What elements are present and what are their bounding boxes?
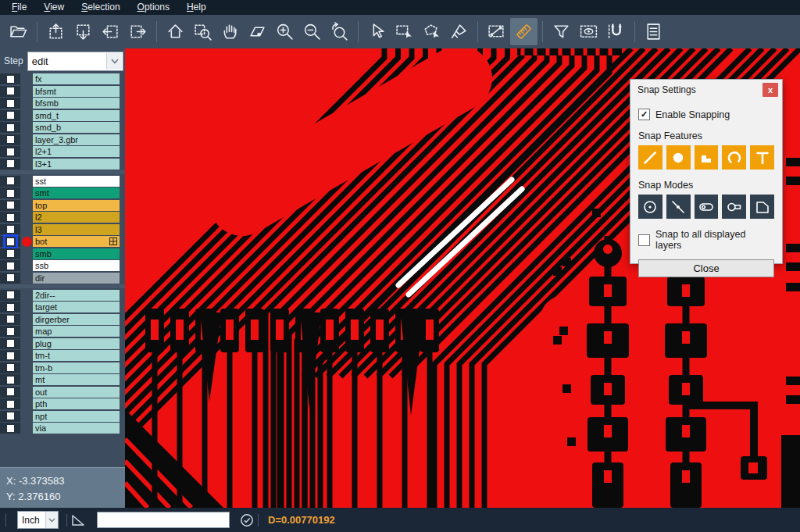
select-button[interactable] [363,18,391,45]
layer-label-pth[interactable]: pth [33,398,120,409]
menu-selection[interactable]: Selection [73,0,128,15]
layer-label-tm-t[interactable]: tm-t [33,350,120,361]
layer-checkbox-2dir--[interactable] [5,290,16,300]
zoom-out-button[interactable] [298,18,326,45]
pan-right-button[interactable] [124,18,152,45]
snap-mode-slot-right-button[interactable] [695,195,719,219]
layer-label-2dir--[interactable]: 2dir-- [33,290,120,301]
measure-input[interactable] [97,512,230,528]
snap-feature-pad-button[interactable] [666,145,691,170]
layer-label-smt[interactable]: smt [33,187,120,198]
layer-checkbox-sst[interactable] [5,176,16,186]
snap-mode-slot-left-button[interactable] [722,195,746,219]
menu-help[interactable]: Help [178,0,215,15]
snap-feature-arc-button[interactable] [722,145,746,170]
snap-mode-center-button[interactable] [638,195,662,219]
close-button[interactable]: Close [638,259,774,277]
layer-checkbox-out[interactable] [5,387,16,397]
layer-label-out[interactable]: out [33,387,120,398]
select-rectangle-button[interactable] [391,18,418,45]
layer-checkbox-bfsmt[interactable] [5,86,16,96]
zoom-window-button[interactable] [189,18,216,45]
menu-options[interactable]: Options [129,0,178,15]
layer-checkbox-tm-b[interactable] [5,362,16,373]
layer-label-mt[interactable]: mt [33,374,120,385]
layer-label-bot[interactable]: bot [33,236,120,247]
layer-checkbox-l3+1[interactable] [5,159,16,169]
layer-checkbox-dirgerber[interactable] [5,314,16,324]
layer-label-target[interactable]: target [33,302,120,312]
layer-label-dirgerber[interactable]: dirgerber [33,314,120,325]
layer-label-dir[interactable]: dir [33,273,120,284]
layer-label-plug[interactable]: plug [33,338,120,349]
layer-label-via[interactable]: via [33,423,120,434]
snap-mode-outline-button[interactable] [750,195,774,219]
layer-checkbox-smb[interactable] [5,248,16,259]
pan-down-button[interactable] [70,18,97,45]
layer-checkbox-fx[interactable] [5,74,16,84]
layer-checkbox-smt[interactable] [5,188,16,198]
layer-label-smb[interactable]: smb [33,248,120,259]
layer-label-fx[interactable]: fx [33,73,120,84]
snap-feature-text-button[interactable] [750,145,774,170]
unit-select[interactable]: Inch [17,511,59,529]
filter-button[interactable] [548,18,575,45]
layer-label-ssb[interactable]: ssb [33,260,120,271]
layer-label-l2+1[interactable]: l2+1 [33,146,120,157]
layer-label-layer_3.gbr[interactable]: layer_3.gbr [33,134,120,145]
chevron-down-icon[interactable] [106,53,122,70]
zoom-previous-button[interactable] [326,18,353,45]
layer-label-l3+1[interactable]: l3+1 [33,159,120,170]
view-filter-button[interactable] [575,18,602,45]
measure-distance-button[interactable] [483,18,510,45]
layer-checkbox-mt[interactable] [5,375,16,385]
layer-label-bfsmb[interactable]: bfsmb [33,98,120,109]
layer-checkbox-ssb[interactable] [5,261,16,271]
layer-label-map[interactable]: map [33,326,120,337]
layer-label-tm-b[interactable]: tm-b [33,362,120,373]
angle-measure-icon[interactable] [70,513,86,527]
apply-check-icon[interactable] [239,512,255,528]
measure-ruler-button[interactable] [510,18,538,45]
snap-feature-line-button[interactable] [638,145,662,170]
step-select[interactable]: edit [27,52,123,71]
layer-checkbox-plug[interactable] [5,338,16,348]
layer-checkbox-map[interactable] [5,327,16,337]
report-button[interactable] [640,18,667,45]
layer-label-npt[interactable]: npt [33,411,120,422]
snap-all-layers-checkbox[interactable] [638,234,650,246]
layer-checkbox-target[interactable] [5,302,16,312]
layer-checkbox-pth[interactable] [5,399,16,409]
enable-snapping-checkbox[interactable] [638,109,650,120]
open-file-button[interactable] [5,18,32,45]
snap-magnet-button[interactable] [602,18,630,45]
zoom-object-button[interactable] [244,18,271,45]
layer-checkbox-bot[interactable] [5,237,16,247]
layer-checkbox-smd_t[interactable] [5,110,16,120]
snap-feature-surface-button[interactable] [695,145,719,170]
menu-file[interactable]: File [3,0,35,15]
layer-label-l2[interactable]: l2 [33,212,120,223]
chevron-down-icon[interactable] [45,512,58,528]
layer-checkbox-via[interactable] [5,423,16,434]
layer-checkbox-l2+1[interactable] [5,147,16,157]
layer-checkbox-bfsmb[interactable] [5,98,16,109]
layer-checkbox-tm-t[interactable] [5,351,16,361]
layer-checkbox-top[interactable] [5,200,16,210]
layer-label-smd_t[interactable]: smd_t [33,110,120,121]
layer-checkbox-layer_3.gbr[interactable] [5,134,16,145]
pan-up-button[interactable] [42,18,70,45]
clear-highlight-button[interactable] [445,18,473,45]
menu-view[interactable]: View [35,0,73,15]
layer-checkbox-smd_b[interactable] [5,123,16,133]
pan-left-button[interactable] [97,18,124,45]
layer-label-l3[interactable]: l3 [33,224,120,235]
pan-hand-button[interactable] [216,18,244,45]
layer-label-bfsmt[interactable]: bfsmt [33,86,120,97]
snap-mode-midpoint-button[interactable] [666,195,691,219]
select-polygon-button[interactable] [418,18,445,45]
zoom-home-button[interactable] [162,18,189,45]
layer-checkbox-dir[interactable] [5,273,16,283]
layer-checkbox-npt[interactable] [5,411,16,421]
layer-label-sst[interactable]: sst [33,176,120,187]
